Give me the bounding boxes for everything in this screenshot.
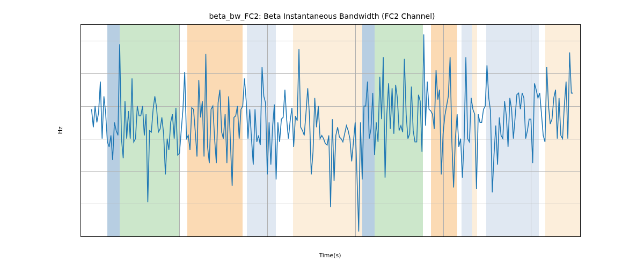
x-tick-label: 5000	[523, 236, 538, 237]
line-series	[81, 25, 580, 236]
y-tick-label: 7.0	[80, 70, 81, 77]
gridline-horizontal	[81, 236, 580, 237]
y-axis-label: Hz	[57, 126, 64, 133]
x-tick-label: 1000	[172, 236, 187, 237]
chart-title: beta_bw_FC2: Beta Instantaneous Bandwidt…	[0, 12, 644, 20]
x-axis-label: Time(s)	[319, 252, 341, 259]
y-tick-label: 6.4	[80, 168, 81, 175]
x-tick-label: 3000	[348, 236, 363, 237]
plot-axes: 6.06.26.46.66.87.07.2 100020003000400050…	[80, 24, 581, 237]
y-tick-label: 6.0	[80, 233, 81, 237]
y-tick-label: 6.2	[80, 200, 81, 207]
x-tick-label: 4000	[436, 236, 451, 237]
figure: beta_bw_FC2: Beta Instantaneous Bandwidt…	[0, 0, 644, 268]
y-tick-label: 6.8	[80, 102, 81, 109]
y-tick-label: 7.2	[80, 38, 81, 44]
y-tick-label: 6.6	[80, 135, 81, 142]
x-tick-label: 2000	[260, 236, 275, 237]
